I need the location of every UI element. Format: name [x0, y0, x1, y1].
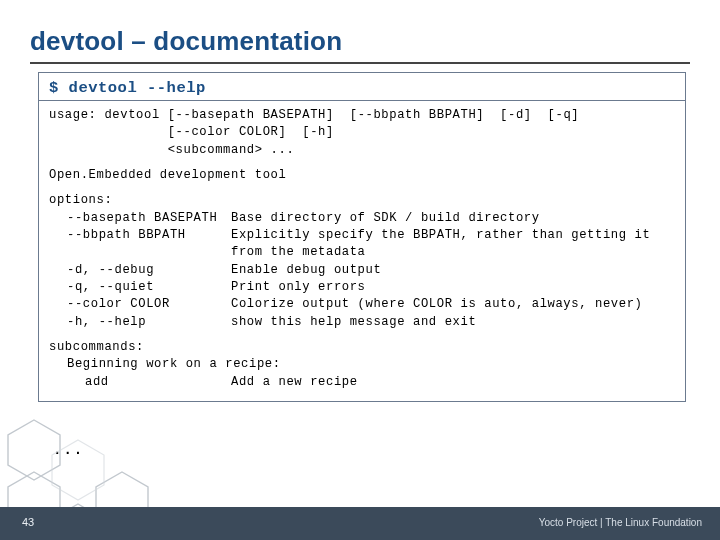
slide-title: devtool – documentation [30, 26, 342, 57]
command-line: $ devtool --help [49, 79, 675, 97]
ellipsis: ... [53, 442, 84, 458]
usage-line: usage: devtool [--basepath BASEPATH] [--… [49, 107, 675, 124]
footer-bar: 43 Yocto Project | The Linux Foundation [0, 507, 720, 540]
subcommand-name: add [49, 374, 231, 391]
option-row: from the metadata [49, 244, 675, 261]
option-flag: -d, --debug [49, 262, 231, 279]
option-desc: from the metadata [231, 244, 675, 261]
footer-credit: Yocto Project | The Linux Foundation [539, 517, 702, 528]
page-number: 43 [22, 516, 34, 528]
option-flag: -q, --quiet [49, 279, 231, 296]
option-desc: Colorize output (where COLOR is auto, al… [231, 296, 675, 313]
subcommand-desc: Add a new recipe [231, 374, 675, 391]
option-desc: Print only errors [231, 279, 675, 296]
subcommands-intro: Beginning work on a recipe: [49, 356, 675, 373]
option-flag [49, 244, 231, 261]
option-desc: Explicitly specify the BBPATH, rather th… [231, 227, 675, 244]
option-row: -q, --quiet Print only errors [49, 279, 675, 296]
box-divider [39, 100, 685, 101]
subcommands-header: subcommands: [49, 339, 675, 356]
option-row: --basepath BASEPATH Base directory of SD… [49, 210, 675, 227]
title-rule [30, 62, 690, 64]
intro-line: Open.Embedded development tool [49, 167, 675, 184]
option-flag: --basepath BASEPATH [49, 210, 231, 227]
option-row: --bbpath BBPATH Explicitly specify the B… [49, 227, 675, 244]
usage-line: <subcommand> ... [49, 142, 675, 159]
option-row: -d, --debug Enable debug output [49, 262, 675, 279]
usage-line: [--color COLOR] [-h] [49, 124, 675, 141]
slide: devtool – documentation $ devtool --help… [0, 0, 720, 540]
option-desc: Base directory of SDK / build directory [231, 210, 675, 227]
subcommand-row: add Add a new recipe [49, 374, 675, 391]
option-row: -h, --help show this help message and ex… [49, 314, 675, 331]
option-flag: --color COLOR [49, 296, 231, 313]
option-flag: -h, --help [49, 314, 231, 331]
option-flag: --bbpath BBPATH [49, 227, 231, 244]
terminal-box: $ devtool --help usage: devtool [--basep… [38, 72, 686, 402]
option-desc: show this help message and exit [231, 314, 675, 331]
option-row: --color COLOR Colorize output (where COL… [49, 296, 675, 313]
option-desc: Enable debug output [231, 262, 675, 279]
options-header: options: [49, 192, 675, 209]
